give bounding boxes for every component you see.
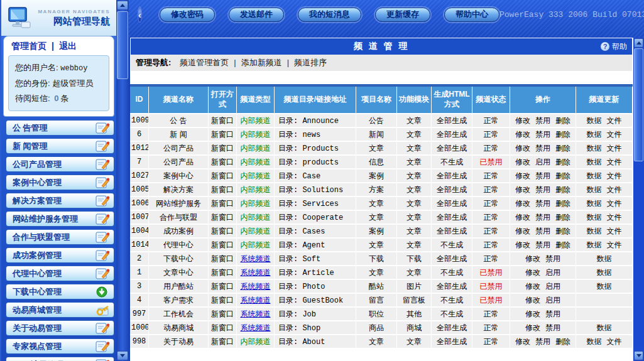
delete-link[interactable]: 删除 xyxy=(555,158,570,166)
scrollbar-thumb[interactable] xyxy=(117,11,128,79)
update-file-link[interactable]: 文件 xyxy=(607,144,622,153)
scroll-down-icon[interactable] xyxy=(117,351,128,360)
edit-link[interactable]: 修改 xyxy=(515,227,530,235)
update-data-link[interactable]: 数据 xyxy=(587,144,602,153)
disable-link[interactable]: 禁用 xyxy=(535,227,550,235)
disable-link[interactable]: 禁用 xyxy=(535,337,550,346)
nav-link[interactable]: 频道排序 xyxy=(294,58,327,67)
update-data-link[interactable]: 数据 xyxy=(587,213,602,222)
delete-link[interactable]: 删除 xyxy=(555,240,570,249)
toolbar-button[interactable]: 更新缓存 xyxy=(375,8,430,22)
enable-link[interactable]: 启用 xyxy=(545,296,560,304)
update-data-link[interactable]: 数据 xyxy=(597,282,612,291)
update-data-link[interactable]: 数据 xyxy=(587,337,602,346)
delete-link[interactable]: 删除 xyxy=(555,171,570,180)
update-data-link[interactable]: 数据 xyxy=(597,268,612,277)
update-file-link[interactable]: 文件 xyxy=(607,116,622,125)
update-data-link[interactable]: 数据 xyxy=(587,130,602,139)
sidebar-item[interactable]: 成功案例管理 xyxy=(6,247,114,263)
update-file-link[interactable]: 文件 xyxy=(607,337,622,346)
sidebar-item[interactable]: 公 告管理 xyxy=(6,120,114,136)
admin-home-link[interactable]: 管理首页 xyxy=(11,41,46,51)
cell-channel-type[interactable]: 系统频道 xyxy=(237,252,275,266)
enable-link[interactable]: 启用 xyxy=(545,282,560,291)
edit-link[interactable]: 修改 xyxy=(515,144,530,153)
delete-link[interactable]: 删除 xyxy=(555,130,570,139)
toolbar-button[interactable]: 我的短消息 xyxy=(298,8,361,22)
messages-count[interactable]: 0 xyxy=(52,94,60,103)
update-data-link[interactable]: 数据 xyxy=(587,240,602,249)
edit-link[interactable]: 修改 xyxy=(525,268,540,277)
delete-link[interactable]: 删除 xyxy=(555,227,570,235)
content-scrollbar[interactable] xyxy=(633,38,644,361)
sidebar-item[interactable]: 代理中心管理 xyxy=(6,266,114,281)
edit-link[interactable]: 修改 xyxy=(515,158,530,166)
disable-link[interactable]: 禁用 xyxy=(545,310,560,318)
cell-channel-type[interactable]: 系统频道 xyxy=(237,294,275,308)
edit-link[interactable]: 修改 xyxy=(525,254,540,263)
edit-link[interactable]: 修改 xyxy=(515,337,530,346)
delete-link[interactable]: 删除 xyxy=(555,337,570,346)
sidebar-item[interactable]: 网站维护服务管理 xyxy=(6,211,114,227)
delete-link[interactable]: 删除 xyxy=(555,144,570,153)
edit-link[interactable]: 修改 xyxy=(515,199,530,208)
update-file-link[interactable]: 文件 xyxy=(607,171,622,180)
delete-link[interactable]: 删除 xyxy=(555,199,570,208)
back-button[interactable]: ‹ xyxy=(138,6,142,23)
cell-channel-type[interactable]: 系统频道 xyxy=(237,321,275,335)
sidebar-item[interactable]: 下载中心管理 xyxy=(6,284,114,299)
sidebar-item[interactable]: 2006演示管理 xyxy=(6,357,114,361)
scroll-up-icon[interactable] xyxy=(117,1,128,10)
update-data-link[interactable]: 数据 xyxy=(597,254,612,263)
delete-link[interactable]: 删除 xyxy=(555,116,570,125)
update-file-link[interactable]: 文件 xyxy=(607,158,622,166)
enable-link[interactable]: 启用 xyxy=(545,268,560,277)
disable-link[interactable]: 禁用 xyxy=(535,130,550,139)
sidebar-item[interactable]: 动易商城管理 xyxy=(6,302,114,318)
update-file-link[interactable]: 文件 xyxy=(607,240,622,249)
scrollbar-thumb[interactable] xyxy=(634,48,643,161)
edit-link[interactable]: 修改 xyxy=(515,130,530,139)
update-data-link[interactable]: 数据 xyxy=(587,158,602,166)
cell-channel-type[interactable]: 系统频道 xyxy=(237,308,275,321)
edit-link[interactable]: 修改 xyxy=(515,116,530,125)
sidebar-item[interactable]: 公司产品管理 xyxy=(6,156,114,172)
update-file-link[interactable]: 文件 xyxy=(607,199,622,208)
sidebar-item[interactable]: 合作与联盟管理 xyxy=(6,229,114,245)
edit-link[interactable]: 修改 xyxy=(525,310,540,318)
update-file-link[interactable]: 文件 xyxy=(607,185,622,194)
update-file-link[interactable]: 文件 xyxy=(607,227,622,235)
enable-link[interactable]: 启用 xyxy=(535,158,550,166)
update-data-link[interactable]: 数据 xyxy=(587,185,602,194)
sidebar-item[interactable]: 案例中心管理 xyxy=(6,175,114,190)
sidebar-item[interactable]: 关于动易管理 xyxy=(6,320,114,336)
sidebar-item[interactable]: 新 闻管理 xyxy=(6,138,114,154)
scroll-down-icon[interactable] xyxy=(634,351,643,360)
toolbar-button[interactable]: 发送邮件 xyxy=(229,8,284,22)
delete-link[interactable]: 删除 xyxy=(555,185,570,194)
edit-link[interactable]: 修改 xyxy=(515,240,530,249)
cell-channel-type[interactable]: 系统频道 xyxy=(237,266,275,280)
edit-link[interactable]: 修改 xyxy=(525,323,540,332)
disable-link[interactable]: 禁用 xyxy=(535,185,550,194)
scroll-up-icon[interactable] xyxy=(634,38,643,48)
toolbar-button[interactable]: 修改密码 xyxy=(160,8,215,22)
update-data-link[interactable]: 数据 xyxy=(597,323,612,332)
disable-link[interactable]: 禁用 xyxy=(535,240,550,249)
disable-link[interactable]: 禁用 xyxy=(535,144,550,153)
edit-link[interactable]: 修改 xyxy=(515,171,530,180)
disable-link[interactable]: 禁用 xyxy=(545,254,560,263)
update-file-link[interactable]: 文件 xyxy=(607,130,622,139)
edit-link[interactable]: 修改 xyxy=(515,185,530,194)
edit-link[interactable]: 修改 xyxy=(525,296,540,304)
sidebar-scrollbar[interactable] xyxy=(116,0,129,361)
nav-link[interactable]: 频道管理首页 xyxy=(180,58,229,67)
disable-link[interactable]: 禁用 xyxy=(545,323,560,332)
logout-link[interactable]: 退出 xyxy=(59,41,77,51)
edit-link[interactable]: 修改 xyxy=(515,213,530,222)
disable-link[interactable]: 禁用 xyxy=(535,199,550,208)
update-data-link[interactable]: 数据 xyxy=(587,199,602,208)
disable-link[interactable]: 禁用 xyxy=(535,213,550,222)
disable-link[interactable]: 禁用 xyxy=(535,116,550,125)
cell-channel-type[interactable]: 系统频道 xyxy=(237,280,275,294)
